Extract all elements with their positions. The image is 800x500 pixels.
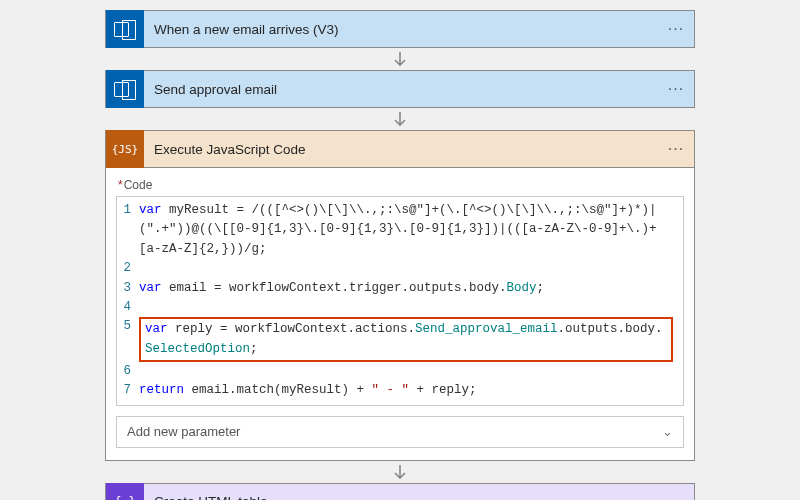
flow-arrow-icon	[0, 48, 800, 70]
add-parameter-dropdown[interactable]: Add new parameter ⌄	[116, 416, 684, 448]
step-title: Send approval email	[144, 82, 658, 97]
add-parameter-label: Add new parameter	[127, 424, 240, 439]
code-editor[interactable]: 1var myResult = /(([^<>()\[\]\\.,;:\s@"]…	[116, 196, 684, 406]
step-create-html-table[interactable]: { } Create HTML table ···	[105, 483, 695, 500]
outlook-icon	[106, 10, 144, 48]
step-menu-button[interactable]: ···	[658, 11, 694, 47]
step-execute-js[interactable]: {JS} Execute JavaScript Code ···	[105, 130, 695, 168]
step-send-approval[interactable]: Send approval email ···	[105, 70, 695, 108]
step-email-trigger[interactable]: When a new email arrives (V3) ···	[105, 10, 695, 48]
flow-arrow-icon	[0, 461, 800, 483]
code-field-label: *Code	[118, 178, 684, 192]
flow-arrow-icon	[0, 108, 800, 130]
data-operations-icon: { }	[106, 483, 144, 500]
step-menu-button[interactable]: ···	[658, 131, 694, 167]
step-menu-button[interactable]: ···	[658, 71, 694, 107]
step-title: Create HTML table	[144, 494, 658, 500]
step-title: Execute JavaScript Code	[144, 142, 658, 157]
highlighted-code-line: 5var reply = workflowContext.actions.Sen…	[117, 317, 677, 362]
step-menu-button[interactable]: ···	[658, 484, 694, 500]
step-title: When a new email arrives (V3)	[144, 22, 658, 37]
outlook-icon	[106, 70, 144, 108]
js-code-panel: *Code 1var myResult = /(([^<>()\[\]\\.,;…	[105, 168, 695, 461]
chevron-down-icon: ⌄	[662, 424, 673, 439]
js-icon: {JS}	[106, 130, 144, 168]
